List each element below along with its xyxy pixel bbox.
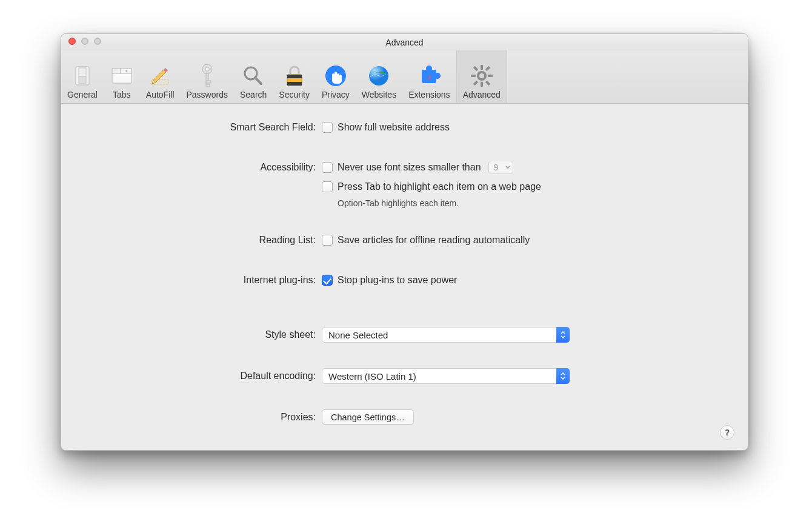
search-icon	[241, 64, 265, 88]
svg-rect-15	[206, 84, 210, 87]
svg-rect-30	[471, 75, 476, 77]
switch-icon	[70, 64, 95, 88]
tab-extensions[interactable]: Extensions	[402, 50, 456, 103]
style-sheet-select[interactable]: None Selected	[322, 327, 570, 343]
tab-general[interactable]: General	[61, 50, 104, 103]
svg-point-25	[434, 73, 441, 79]
svg-marker-8	[153, 70, 166, 82]
tab-label: Websites	[362, 90, 396, 99]
svg-rect-32	[473, 66, 478, 71]
press-tab-checkbox[interactable]	[322, 181, 333, 192]
svg-rect-33	[485, 81, 490, 86]
tab-label: Tabs	[113, 90, 131, 99]
tab-label: Privacy	[322, 90, 350, 99]
accessibility-hint: Option-Tab highlights each item.	[322, 198, 731, 208]
svg-rect-31	[488, 75, 493, 77]
chevron-down-icon	[503, 164, 513, 170]
titlebar: Advanced	[61, 34, 748, 50]
gear-icon	[470, 64, 494, 88]
svg-rect-34	[485, 66, 490, 71]
svg-text:＋: ＋	[124, 69, 128, 73]
default-encoding-select[interactable]: Western (ISO Latin 1)	[322, 368, 570, 384]
preferences-window: Advanced General ＋ Tabs	[61, 33, 748, 451]
select-arrows-icon	[556, 368, 570, 384]
svg-rect-14	[206, 81, 211, 83]
tab-autofill[interactable]: AutoFill	[140, 50, 181, 103]
proxies-label: Proxies:	[78, 409, 322, 425]
save-offline-checkbox[interactable]	[322, 235, 333, 246]
svg-point-36	[479, 73, 484, 78]
globe-icon	[367, 64, 391, 88]
save-offline-text: Save articles for offline reading automa…	[338, 232, 530, 248]
hand-icon	[324, 64, 348, 88]
pencil-icon	[148, 64, 172, 88]
lock-icon	[282, 64, 307, 88]
tab-label: Search	[240, 90, 267, 99]
zoom-button[interactable]	[94, 38, 101, 45]
key-icon	[195, 64, 219, 88]
show-full-url-text: Show full website address	[338, 119, 450, 135]
min-font-stepper[interactable]: 9	[488, 161, 514, 174]
minimize-button[interactable]	[81, 38, 88, 45]
stop-plugins-text: Stop plug-ins to save power	[338, 272, 457, 288]
svg-rect-19	[287, 75, 302, 78]
min-font-checkbox[interactable]	[322, 162, 333, 173]
window-controls	[68, 38, 101, 45]
tab-label: General	[67, 90, 98, 99]
min-font-text: Never use font sizes smaller than	[338, 160, 481, 175]
tab-label: Extensions	[408, 90, 450, 99]
plugins-label: Internet plug-ins:	[78, 272, 322, 288]
svg-rect-20	[287, 82, 302, 86]
min-font-value: 9	[489, 163, 504, 172]
default-encoding-value: Western (ISO Latin 1)	[328, 371, 416, 382]
tab-label: Advanced	[463, 90, 501, 99]
preferences-toolbar: General ＋ Tabs AutoFill Pas	[61, 50, 748, 104]
svg-point-12	[205, 67, 209, 71]
svg-rect-29	[481, 82, 483, 87]
svg-rect-1	[79, 68, 86, 76]
reading-list-label: Reading List:	[78, 232, 322, 248]
style-sheet-label: Style sheet:	[78, 327, 322, 343]
tab-advanced[interactable]: Advanced	[456, 50, 507, 103]
puzzle-icon	[417, 64, 441, 88]
svg-line-17	[255, 78, 261, 84]
tab-label: AutoFill	[146, 90, 175, 99]
svg-rect-2	[79, 76, 86, 84]
advanced-pane: Smart Search Field: Show full website ad…	[61, 104, 748, 450]
svg-rect-28	[481, 65, 483, 70]
tab-security[interactable]: Security	[273, 50, 316, 103]
svg-rect-35	[473, 81, 478, 86]
style-sheet-value: None Selected	[328, 330, 388, 340]
tab-tabs[interactable]: ＋ Tabs	[104, 50, 140, 103]
tab-websites[interactable]: Websites	[356, 50, 402, 103]
svg-rect-23	[422, 70, 436, 83]
tab-passwords[interactable]: Passwords	[181, 50, 234, 103]
svg-point-24	[426, 66, 432, 72]
tab-label: Security	[279, 90, 310, 99]
tab-search[interactable]: Search	[234, 50, 273, 103]
show-full-url-checkbox[interactable]	[322, 122, 333, 133]
window-title: Advanced	[385, 38, 423, 47]
tabs-icon: ＋	[110, 64, 134, 88]
tab-label: Passwords	[187, 90, 228, 99]
tab-privacy[interactable]: Privacy	[316, 50, 356, 103]
close-button[interactable]	[68, 38, 76, 45]
select-arrows-icon	[556, 327, 570, 343]
smart-search-label: Smart Search Field:	[78, 119, 322, 135]
stop-plugins-checkbox[interactable]	[322, 275, 333, 286]
default-encoding-label: Default encoding:	[78, 368, 322, 384]
help-button[interactable]: ?	[720, 425, 734, 440]
change-settings-button[interactable]: Change Settings…	[322, 409, 414, 425]
svg-rect-3	[112, 72, 131, 83]
svg-rect-4	[112, 69, 121, 73]
press-tab-text: Press Tab to highlight each item on a we…	[338, 179, 541, 195]
accessibility-label: Accessibility:	[78, 160, 322, 175]
